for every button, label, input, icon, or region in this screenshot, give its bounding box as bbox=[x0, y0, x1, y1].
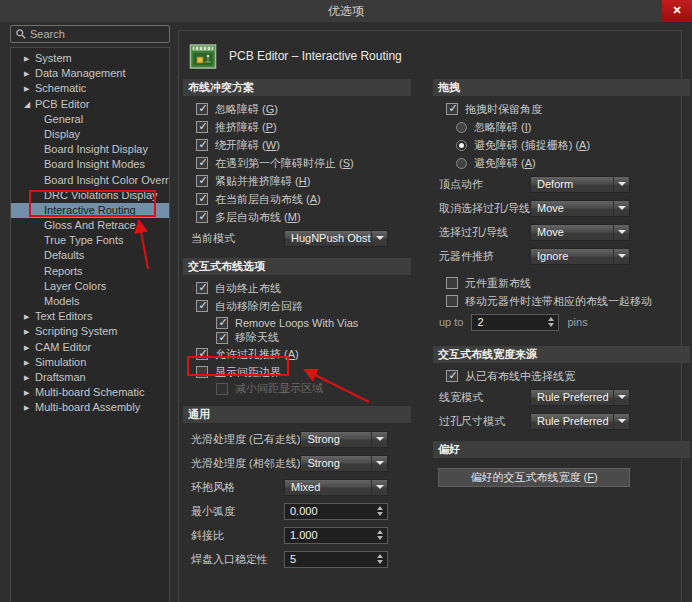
component-pushing-select[interactable]: Ignore bbox=[530, 248, 630, 265]
sidebar-item-models[interactable]: Models bbox=[11, 294, 169, 309]
sidebar-item-label: Layer Colors bbox=[44, 279, 106, 294]
sidebar-item-pcb-editor[interactable]: ◢PCB Editor bbox=[11, 97, 169, 112]
sidebar-item-reports[interactable]: Reports bbox=[11, 264, 169, 279]
autoroute-multilayer-checkbox[interactable] bbox=[196, 211, 208, 223]
sidebar-item-multi-board-assembly[interactable]: ▶Multi-board Assembly bbox=[11, 400, 169, 415]
gloss-effort-neighbor-select[interactable]: Strong bbox=[300, 455, 388, 472]
up-to-pins-spin[interactable]: 2 bbox=[471, 314, 559, 331]
hugging-style-select-value: Mixed bbox=[285, 481, 371, 493]
search-input[interactable] bbox=[30, 28, 164, 40]
settings-panel: PCB Editor – Interactive Routing 布线冲突方案忽… bbox=[178, 30, 682, 602]
ignore-obstacles-checkbox[interactable] bbox=[196, 103, 208, 115]
remove-loops-with-vias-checkbox[interactable] bbox=[216, 317, 228, 329]
favorite-interactive-widths-button[interactable]: 偏好的交互式布线宽度 (F) bbox=[438, 468, 630, 487]
sidebar-item-multi-board-schematic[interactable]: ▶Multi-board Schematic bbox=[11, 385, 169, 400]
chevron-down-icon bbox=[613, 225, 629, 240]
unselected-via-track-select[interactable]: Move bbox=[530, 200, 630, 217]
search-box[interactable] bbox=[10, 25, 170, 43]
reduce-clearance-display-area-checkbox bbox=[216, 383, 228, 395]
collapsed-arrow-icon: ▶ bbox=[24, 385, 29, 400]
page-title: PCB Editor – Interactive Routing bbox=[229, 49, 402, 63]
collapsed-arrow-icon: ▶ bbox=[24, 81, 29, 96]
spinner-arrows-icon[interactable] bbox=[373, 506, 387, 516]
sidebar-item-system[interactable]: ▶System bbox=[11, 51, 169, 66]
sidebar-item-text-editors[interactable]: ▶Text Editors bbox=[11, 309, 169, 324]
chevron-down-icon bbox=[371, 480, 387, 495]
miter-ratio-spin[interactable]: 1.000 bbox=[284, 527, 388, 544]
remove-antennas-checkbox[interactable] bbox=[216, 332, 228, 344]
sidebar-item-simulation[interactable]: ▶Simulation bbox=[11, 355, 169, 370]
spinner-arrows-icon[interactable] bbox=[373, 530, 387, 540]
hugging-style-select[interactable]: Mixed bbox=[284, 479, 388, 496]
sidebar-item-layer-colors[interactable]: Layer Colors bbox=[11, 279, 169, 294]
sidebar-item-data-management[interactable]: ▶Data Management bbox=[11, 66, 169, 81]
pad-entry-stability-spin[interactable]: 5 bbox=[284, 551, 388, 568]
favorite-interactive-widths-button-row: 偏好的交互式布线宽度 (F) bbox=[433, 462, 690, 487]
avoid-obstacles-radio[interactable] bbox=[456, 158, 467, 169]
auto-terminate-routing-checkbox[interactable] bbox=[196, 282, 208, 294]
chevron-down-icon bbox=[371, 456, 387, 471]
ignore-obstacles-radio[interactable] bbox=[456, 122, 467, 133]
minimum-arc-ratio-spin[interactable]: 0.000 bbox=[284, 503, 388, 520]
current-mode-select[interactable]: HugNPush Obstacles bbox=[284, 230, 388, 247]
remove-loops-with-vias-checkbox-label: Remove Loops With Vias bbox=[235, 317, 358, 329]
vertex-action-select[interactable]: Deform bbox=[530, 176, 630, 193]
component-re-route-checkbox[interactable] bbox=[446, 277, 458, 289]
pad-entry-stability-spin-label: 焊盘入口稳定性 bbox=[191, 552, 284, 567]
pickup-track-width-checkbox[interactable] bbox=[446, 370, 458, 382]
preserve-angle-while-dragging-checkbox-label: 拖拽时保留角度 bbox=[465, 102, 542, 117]
collapsed-arrow-icon: ▶ bbox=[24, 355, 29, 370]
sidebar-item-defaults[interactable]: Defaults bbox=[11, 248, 169, 263]
preserve-angle-while-dragging-checkbox[interactable] bbox=[446, 103, 458, 115]
sidebar-item-label: Multi-board Schematic bbox=[35, 385, 144, 400]
allow-via-pushing-checkbox[interactable] bbox=[196, 348, 208, 360]
sidebar-item-drc-violations-display[interactable]: DRC Violations Display bbox=[11, 188, 169, 203]
sidebar-item-cam-editor[interactable]: ▶CAM Editor bbox=[11, 340, 169, 355]
sidebar-item-label: CAM Editor bbox=[35, 340, 91, 355]
sidebar-item-true-type-fonts[interactable]: True Type Fonts bbox=[11, 233, 169, 248]
sidebar-item-general[interactable]: General bbox=[11, 112, 169, 127]
component-re-route-checkbox-row: 元件重新布线 bbox=[433, 274, 690, 292]
gloss-effort-routed-select[interactable]: Strong bbox=[300, 431, 388, 448]
close-button[interactable]: ✕ bbox=[662, 0, 692, 21]
track-width-mode-select[interactable]: Rule Preferred bbox=[530, 389, 630, 406]
sidebar-item-gloss-and-retrace[interactable]: Gloss And Retrace bbox=[11, 218, 169, 233]
via-size-mode-select[interactable]: Rule Preferred bbox=[530, 413, 630, 430]
walkaround-obstacles-checkbox[interactable] bbox=[196, 139, 208, 151]
section-header-routing-width-sources: 交互式布线宽度来源 bbox=[433, 346, 690, 363]
unselected-via-track-select-label: 取消选择过孔/导线 bbox=[439, 201, 530, 216]
sidebar-item-board-insight-modes[interactable]: Board Insight Modes bbox=[11, 157, 169, 172]
avoid-obstacles-radio-row: 避免障碍 (A) bbox=[433, 154, 690, 172]
gloss-effort-routed-select-row: 光滑处理度 (已有走线)Strong bbox=[183, 427, 411, 451]
auto-remove-loops-checkbox-row: 自动移除闭合回路 bbox=[183, 297, 411, 315]
sidebar-item-scripting-system[interactable]: ▶Scripting System bbox=[11, 324, 169, 339]
sidebar-item-interactive-routing[interactable]: Interactive Routing bbox=[11, 203, 169, 218]
miter-ratio-spin-row: 斜接比1.000 bbox=[183, 523, 411, 547]
autoroute-current-layer-checkbox-row: 在当前层自动布线 (A) bbox=[183, 190, 411, 208]
sidebar-item-schematic[interactable]: ▶Schematic bbox=[11, 81, 169, 96]
selected-via-track-select[interactable]: Move bbox=[530, 224, 630, 241]
stop-at-first-obstacle-checkbox-label: 在遇到第一个障碍时停止 (S) bbox=[215, 156, 354, 171]
sidebar-item-display[interactable]: Display bbox=[11, 127, 169, 142]
sidebar-item-board-insight-display[interactable]: Board Insight Display bbox=[11, 142, 169, 157]
spinner-arrows-icon[interactable] bbox=[544, 317, 558, 327]
move-component-with-routing-checkbox[interactable] bbox=[446, 295, 458, 307]
autoroute-current-layer-checkbox[interactable] bbox=[196, 193, 208, 205]
sidebar-item-board-insight-color-overrides[interactable]: Board Insight Color Overrides bbox=[11, 173, 169, 188]
up-to-pins-spin-value: 2 bbox=[472, 316, 544, 328]
auto-remove-loops-checkbox[interactable] bbox=[196, 300, 208, 312]
stop-at-first-obstacle-checkbox[interactable] bbox=[196, 157, 208, 169]
spinner-arrows-icon[interactable] bbox=[373, 554, 387, 564]
show-clearance-boundaries-checkbox[interactable] bbox=[196, 366, 208, 378]
ignore-obstacles-radio-label: 忽略障碍 (I) bbox=[474, 120, 531, 135]
hug-and-push-obstacles-checkbox[interactable] bbox=[196, 175, 208, 187]
track-width-mode-select-value: Rule Preferred bbox=[531, 391, 613, 403]
push-obstacles-checkbox[interactable] bbox=[196, 121, 208, 133]
up-to-pins-spin-prefix: up to bbox=[439, 316, 463, 328]
minimum-arc-ratio-spin-row: 最小弧度0.000 bbox=[183, 499, 411, 523]
section-header-favorites: 偏好 bbox=[433, 441, 690, 458]
avoid-obstacles-snap-grid-radio[interactable] bbox=[456, 140, 467, 151]
sidebar-item-draftsman[interactable]: ▶Draftsman bbox=[11, 370, 169, 385]
unselected-via-track-select-value: Move bbox=[531, 202, 613, 214]
auto-terminate-routing-checkbox-label: 自动终止布线 bbox=[215, 281, 281, 296]
